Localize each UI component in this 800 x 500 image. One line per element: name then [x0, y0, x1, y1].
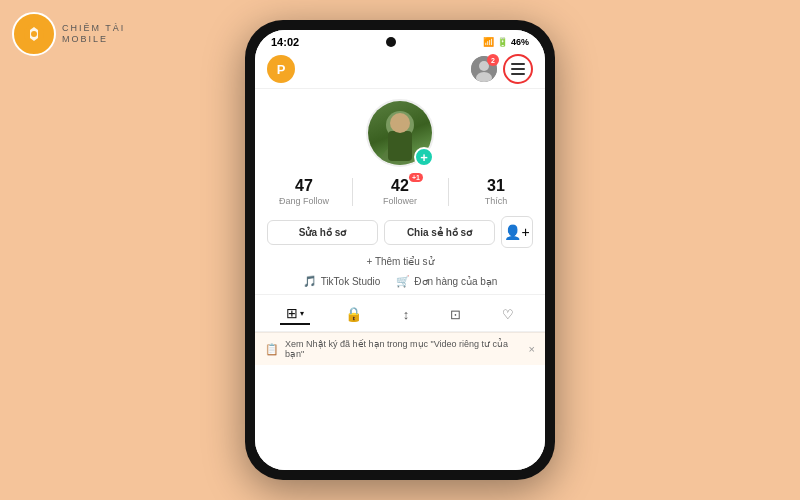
stat-divider-2	[448, 178, 449, 206]
stat-following[interactable]: 47 Đang Follow	[277, 177, 332, 206]
status-time: 14:02	[271, 36, 299, 48]
app-header: P 2	[255, 50, 545, 89]
quick-links: 🎵 TikTok Studio 🛒 Đơn hàng của bạn	[255, 275, 545, 288]
tab-private[interactable]: 🔒	[339, 304, 368, 324]
phone-frame: 14:02 📶 🔋 46% P	[245, 20, 555, 480]
menu-line-1	[511, 63, 525, 65]
header-avatar-wrap: 2	[471, 56, 497, 82]
stat-divider-1	[352, 178, 353, 206]
tab-grid-icon: ⊞	[286, 305, 298, 321]
tab-private-icon: 🔒	[345, 306, 362, 322]
notification-text: Xem Nhật ký đã hết hạn trong mục "Video …	[285, 339, 529, 359]
camera-notch	[386, 37, 396, 47]
edit-profile-button[interactable]: Sửa hồ sơ	[267, 220, 378, 245]
status-icons: 📶 🔋 46%	[483, 37, 529, 47]
menu-button[interactable]	[503, 54, 533, 84]
stat-following-number-wrap: 47	[295, 177, 313, 195]
menu-line-3	[511, 73, 525, 75]
stat-likes-number-wrap: 31	[487, 177, 505, 195]
stat-follower-badge: +1	[409, 173, 423, 182]
status-bar: 14:02 📶 🔋 46%	[255, 30, 545, 50]
stat-follower-label: Follower	[383, 196, 417, 206]
profile-section: + 47 Đang Follow 42 +1	[255, 89, 545, 470]
stats-row: 47 Đang Follow 42 +1 Follower	[255, 177, 545, 206]
header-right: 2	[471, 54, 533, 84]
stat-follower-number-wrap: 42 +1	[391, 177, 409, 195]
svg-point-8	[390, 113, 410, 133]
notification-bar: 📋 Xem Nhật ký đã hết hạn trong mục "Vide…	[255, 332, 545, 365]
stat-following-number: 47	[295, 177, 313, 194]
notification-left: 📋 Xem Nhật ký đã hết hạn trong mục "Vide…	[265, 339, 529, 359]
share-profile-button[interactable]: Chia sẻ hồ sơ	[384, 220, 495, 245]
notification-close-button[interactable]: ×	[529, 343, 535, 355]
battery-icon: 🔋	[497, 37, 508, 47]
p-icon: P	[267, 55, 295, 83]
tab-grid[interactable]: ⊞ ▾	[280, 303, 310, 325]
battery-percent: 46%	[511, 37, 529, 47]
tab-saved[interactable]: ⊡	[444, 305, 467, 324]
stat-likes[interactable]: 31 Thích	[469, 177, 524, 206]
stat-likes-number: 31	[487, 177, 505, 194]
bio-link[interactable]: + Thêm tiểu sử	[255, 256, 545, 267]
stat-following-label: Đang Follow	[279, 196, 329, 206]
stat-likes-label: Thích	[485, 196, 508, 206]
tiktok-studio-link[interactable]: 🎵 TikTok Studio	[303, 275, 381, 288]
tab-saved-icon: ⊡	[450, 307, 461, 322]
avatar-add-button[interactable]: +	[414, 147, 434, 167]
action-buttons: Sửa hồ sơ Chia sẻ hồ sơ 👤+	[255, 216, 545, 248]
svg-rect-7	[388, 131, 412, 161]
orders-icon: 🛒	[396, 275, 410, 288]
tiktok-studio-label: TikTok Studio	[321, 276, 381, 287]
orders-link[interactable]: 🛒 Đơn hàng của bạn	[396, 275, 497, 288]
menu-line-2	[511, 68, 525, 70]
logo-sub: MOBILE	[62, 34, 125, 45]
tab-grid-chevron: ▾	[300, 309, 304, 318]
avatar-count-badge: 2	[487, 54, 499, 66]
profile-avatar-area: +	[255, 89, 545, 167]
add-friend-icon: 👤+	[504, 224, 529, 240]
tab-liked[interactable]: ♡	[496, 305, 520, 324]
tabs-row: ⊞ ▾ 🔒 ↕ ⊡ ♡	[255, 294, 545, 332]
add-friend-button[interactable]: 👤+	[501, 216, 533, 248]
tab-liked-icon: ♡	[502, 307, 514, 322]
logo-container: CHIÊM TÀI MOBILE	[12, 12, 125, 56]
tab-repost[interactable]: ↕	[397, 305, 416, 324]
orders-label: Đơn hàng của bạn	[414, 276, 497, 287]
notification-icon: 📋	[265, 343, 279, 356]
logo-icon	[12, 12, 56, 56]
avatar-wrapper: +	[366, 99, 434, 167]
logo-text: CHIÊM TÀI MOBILE	[62, 23, 125, 45]
tiktok-studio-icon: 🎵	[303, 275, 317, 288]
phone-screen: 14:02 📶 🔋 46% P	[255, 30, 545, 470]
svg-point-1	[31, 31, 37, 37]
stat-follower-number: 42	[391, 177, 409, 194]
signal-icon: 📶	[483, 37, 494, 47]
stat-follower[interactable]: 42 +1 Follower	[373, 177, 428, 206]
tab-repost-icon: ↕	[403, 307, 410, 322]
logo-brand: CHIÊM TÀI	[62, 23, 125, 34]
bio-link-text: + Thêm tiểu sử	[366, 256, 433, 267]
